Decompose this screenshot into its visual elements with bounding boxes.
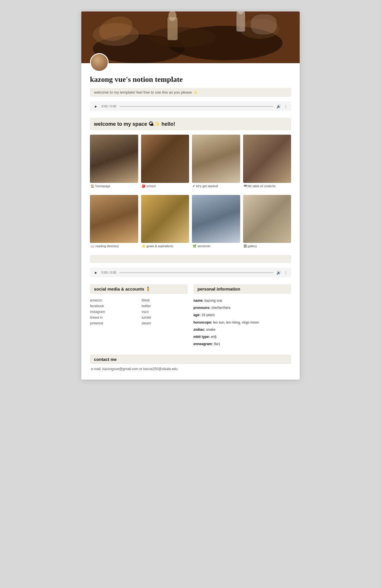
personal-enneagram-label: enneagram: — [193, 342, 214, 346]
social-media-col: social media & accounts 🧍 amazon faceboo… — [90, 284, 188, 348]
gallery-item-school[interactable]: 🎒 school — [141, 135, 189, 188]
thumb-inner-5 — [90, 195, 138, 243]
personal-pronouns-value: she/her/hers — [211, 306, 231, 310]
volume-icon-2[interactable]: 🔊 — [276, 270, 281, 275]
contact-header: contact me — [90, 355, 291, 364]
personal-horoscope: horoscope: leo sun, leo rising, virgo mo… — [193, 319, 291, 326]
gallery-item-gallery[interactable]: 🖼 gallery — [243, 195, 291, 248]
personal-mbti: mbti type: enfj — [193, 333, 291, 341]
welcome-bar: welcome to my template! feel free to use… — [90, 88, 291, 97]
thumb-inner-4 — [243, 135, 291, 183]
personal-info-col: personal information name: kazong vue pr… — [193, 284, 291, 348]
divider-bar — [90, 255, 291, 263]
gallery-label-getstarted: ✔ let's get started! — [192, 184, 240, 188]
contact-section: contact me e-mail: kazongvue@gmail.com o… — [90, 355, 291, 371]
gallery-item-reading[interactable]: 📖 reading directory — [90, 195, 138, 248]
audio-player-1: 0:00 / 0:00 🔊 ⋮ — [90, 101, 291, 111]
contact-email: e-mail: kazongvue@gmail.com or kavue250@… — [90, 367, 291, 371]
gallery-thumb-gallery — [243, 195, 291, 243]
personal-horoscope-label: horoscope: — [193, 320, 213, 324]
thumb-inner-3 — [192, 135, 240, 183]
personal-age-label: age: — [193, 313, 201, 317]
social-item-facebook[interactable]: facebook — [90, 303, 136, 309]
gallery-thumb-getstarted — [192, 135, 240, 183]
avatar-image — [91, 54, 108, 71]
social-item-instagram[interactable]: instagram — [90, 309, 136, 315]
social-section-header: social media & accounts 🧍 — [90, 284, 188, 294]
gallery-label-homepage: 🏠 homepage — [90, 184, 138, 188]
personal-name: name: kazong vue — [193, 297, 291, 304]
thumb-inner-1 — [90, 135, 138, 183]
social-item-steam[interactable]: steam — [142, 320, 188, 326]
gallery-item-tableofcontents[interactable]: 🗺 life table of contents — [243, 135, 291, 188]
thumb-inner-2 — [141, 135, 189, 183]
personal-enneagram: enneagram: 9w1 — [193, 341, 291, 348]
svg-point-3 — [147, 27, 216, 47]
social-item-linkedin[interactable]: linked in — [90, 315, 136, 320]
social-col-1: amazon facebook instagram linked in pint… — [90, 297, 136, 326]
social-grid: amazon facebook instagram linked in pint… — [90, 297, 188, 326]
personal-zodiac-value: snake — [206, 328, 215, 332]
thumb-inner-8 — [243, 195, 291, 243]
gallery-item-homepage[interactable]: 🏠 homepage — [90, 135, 138, 188]
personal-pronouns-label: pronouns: — [193, 306, 211, 310]
gallery-label-tableofcontents: 🗺 life table of contents — [243, 184, 291, 188]
play-button-1[interactable] — [93, 104, 99, 109]
personal-mbti-value: enfj — [211, 335, 216, 339]
time-label-2: 0:00 / 0:00 — [101, 271, 116, 274]
gallery-bottom: 📖 reading directory 🌟 goals & aspiration… — [90, 195, 291, 248]
gallery-label-goals: 🌟 goals & aspirations — [141, 244, 189, 248]
personal-horoscope-value: leo sun, leo rising, virgo moon — [213, 320, 259, 324]
personal-mbti-label: mbti type: — [193, 335, 211, 339]
gallery-thumb-goals — [141, 195, 189, 243]
personal-info-list: name: kazong vue pronouns: she/her/hers … — [193, 297, 291, 348]
time-label-1: 0:00 / 0:00 — [101, 105, 116, 108]
svg-rect-8 — [236, 11, 245, 32]
thumb-inner-6 — [141, 195, 189, 243]
gallery-thumb-school — [141, 135, 189, 183]
personal-zodiac-label: zodiac: — [193, 328, 206, 332]
more-icon-2[interactable]: ⋮ — [284, 270, 288, 275]
gallery-label-school: 🎒 school — [141, 184, 189, 188]
info-section: social media & accounts 🧍 amazon faceboo… — [90, 284, 291, 348]
social-item-twitter[interactable]: twitter — [142, 303, 188, 309]
volume-icon-1[interactable]: 🔊 — [276, 104, 281, 109]
progress-bar-2[interactable] — [119, 272, 274, 273]
gallery-item-serotonin[interactable]: 🌿 serotonin — [192, 195, 240, 248]
page-title: kazong vue's notion template — [90, 75, 291, 84]
svg-point-4 — [93, 23, 139, 46]
gallery-item-getstarted[interactable]: ✔ let's get started! — [192, 135, 240, 188]
gallery-label-reading: 📖 reading directory — [90, 244, 138, 248]
social-item-vsco[interactable]: vsco — [142, 309, 188, 315]
personal-age-value: 19 years — [201, 313, 215, 317]
audio-player-2: 0:00 / 0:00 🔊 ⋮ — [90, 268, 291, 277]
personal-name-value: kazong vue — [205, 299, 222, 303]
welcome-section-header: welcome to my space 🌤✨ hello! — [90, 118, 291, 130]
gallery-item-goals[interactable]: 🌟 goals & aspirations — [141, 195, 189, 248]
gallery-label-gallery: 🖼 gallery — [243, 244, 291, 248]
personal-pronouns: pronouns: she/her/hers — [193, 304, 291, 312]
gallery-thumb-homepage — [90, 135, 138, 183]
progress-bar-1[interactable] — [119, 106, 274, 107]
welcome-text: welcome to my template! feel free to use… — [94, 90, 198, 94]
gallery-thumb-tableofcontents — [243, 135, 291, 183]
personal-zodiac: zodiac: snake — [193, 326, 291, 333]
avatar — [90, 53, 109, 72]
personal-enneagram-value: 9w1 — [214, 342, 220, 346]
social-col-2: tiktok twitter vsco tumblr steam — [142, 297, 188, 326]
gallery-thumb-reading — [90, 195, 138, 243]
social-item-pinterest[interactable]: pinterest — [90, 320, 136, 326]
thumb-inner-7 — [192, 195, 240, 243]
content-area: kazong vue's notion template welcome to … — [81, 75, 300, 380]
page-container: kazong vue's notion template welcome to … — [81, 11, 300, 380]
gallery-top: 🏠 homepage 🎒 school ✔ let's get started!… — [90, 135, 291, 188]
play-button-2[interactable] — [93, 270, 99, 275]
gallery-thumb-serotonin — [192, 195, 240, 243]
social-item-tumblr[interactable]: tumblr — [142, 315, 188, 320]
personal-age: age: 19 years — [193, 312, 291, 319]
more-icon-1[interactable]: ⋮ — [284, 104, 288, 109]
personal-section-header: personal information — [193, 284, 291, 294]
personal-name-label: name: — [193, 299, 205, 303]
social-item-amazon[interactable]: amazon — [90, 297, 136, 303]
social-item-tiktok[interactable]: tiktok — [142, 297, 188, 303]
